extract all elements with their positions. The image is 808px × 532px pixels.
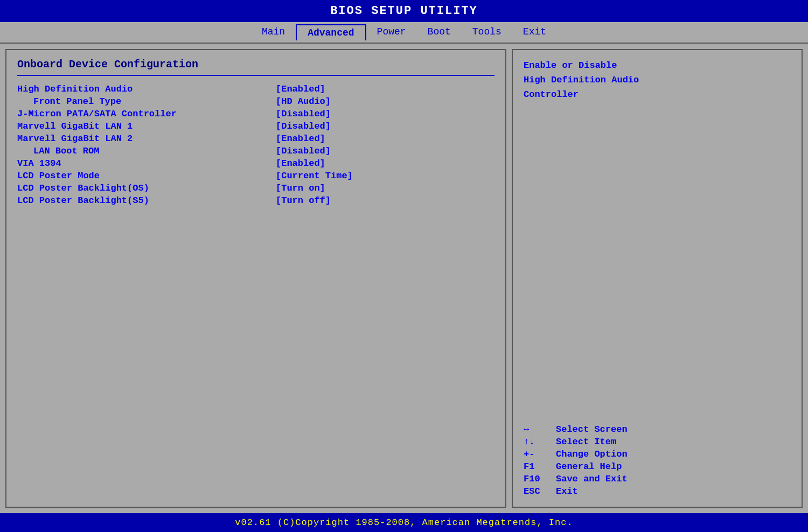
config-label: Front Panel Type: [17, 96, 276, 107]
config-label: LAN Boot ROM: [17, 146, 276, 156]
config-row[interactable]: VIA 1394[Enabled]: [17, 158, 494, 169]
key-row: F10Save and Exit: [524, 474, 791, 484]
footer: v02.61 (C)Copyright 1985-2008, American …: [0, 513, 808, 532]
config-value: [Enabled]: [276, 84, 325, 94]
config-value: [Disabled]: [276, 109, 331, 119]
config-value: [Current Time]: [276, 171, 353, 181]
config-label: J-Micron PATA/SATA Controller: [17, 109, 276, 119]
key-row: F1General Help: [524, 461, 791, 472]
config-row[interactable]: Marvell GigaBit LAN 1[Disabled]: [17, 121, 494, 131]
key-row: +-Change Option: [524, 449, 791, 459]
config-label: Marvell GigaBit LAN 1: [17, 121, 276, 131]
key-symbol: F10: [524, 474, 556, 484]
help-line2: High Definition Audio: [524, 73, 791, 87]
key-description: Select Item: [556, 437, 616, 447]
key-description: Change Option: [556, 449, 628, 459]
config-value: [Disabled]: [276, 146, 331, 156]
footer-text: v02.61 (C)Copyright 1985-2008, American …: [235, 517, 573, 528]
config-label: High Definition Audio: [17, 84, 276, 94]
config-list: High Definition Audio[Enabled]Front Pane…: [17, 84, 494, 206]
config-row[interactable]: J-Micron PATA/SATA Controller[Disabled]: [17, 109, 494, 119]
key-description: Save and Exit: [556, 474, 628, 484]
key-row: ↑↓Select Item: [524, 437, 791, 447]
key-row: ↔Select Screen: [524, 424, 791, 435]
tab-exit[interactable]: Exit: [512, 24, 557, 40]
config-value: [Turn off]: [276, 195, 331, 206]
config-label: LCD Poster Mode: [17, 171, 276, 181]
config-label: LCD Poster Backlight(OS): [17, 183, 276, 193]
config-row[interactable]: High Definition Audio[Enabled]: [17, 84, 494, 94]
title-bar: BIOS SETUP UTILITY: [0, 0, 808, 22]
config-value: [Disabled]: [276, 121, 331, 131]
config-value: [Turn on]: [276, 183, 325, 193]
config-label: VIA 1394: [17, 158, 276, 169]
main-content: Onboard Device Configuration High Defini…: [0, 44, 808, 513]
bios-container: BIOS SETUP UTILITY MainAdvancedPowerBoot…: [0, 0, 808, 532]
help-line3: Controller: [524, 87, 791, 102]
tab-main[interactable]: Main: [251, 24, 296, 40]
key-description: General Help: [556, 461, 622, 472]
key-row: ESCExit: [524, 486, 791, 496]
config-value: [HD Audio]: [276, 96, 331, 107]
config-value: [Enabled]: [276, 158, 325, 169]
section-divider: [17, 75, 494, 76]
help-line1: Enable or Disable: [524, 58, 791, 73]
config-row[interactable]: Front Panel Type[HD Audio]: [17, 96, 494, 107]
bios-title: BIOS SETUP UTILITY: [330, 4, 478, 18]
key-description: Select Screen: [556, 424, 628, 435]
tab-boot[interactable]: Boot: [417, 24, 462, 40]
config-label: Marvell GigaBit LAN 2: [17, 134, 276, 144]
left-panel: Onboard Device Configuration High Defini…: [5, 49, 506, 508]
tab-power[interactable]: Power: [366, 24, 417, 40]
key-symbol: F1: [524, 461, 556, 472]
tab-advanced[interactable]: Advanced: [296, 24, 366, 40]
help-text: Enable or Disable High Definition Audio …: [524, 58, 791, 102]
config-row[interactable]: LAN Boot ROM[Disabled]: [17, 146, 494, 156]
config-row[interactable]: Marvell GigaBit LAN 2[Enabled]: [17, 134, 494, 144]
section-title: Onboard Device Configuration: [17, 58, 494, 71]
tab-tools[interactable]: Tools: [462, 24, 512, 40]
key-symbol: ESC: [524, 486, 556, 496]
key-symbol: ↑↓: [524, 437, 556, 447]
config-row[interactable]: LCD Poster Backlight(OS)[Turn on]: [17, 183, 494, 193]
config-row[interactable]: LCD Poster Backlight(S5)[Turn off]: [17, 195, 494, 206]
key-description: Exit: [556, 486, 578, 496]
config-value: [Enabled]: [276, 134, 325, 144]
key-symbol: +-: [524, 449, 556, 459]
right-panel: Enable or Disable High Definition Audio …: [512, 49, 803, 508]
config-label: LCD Poster Backlight(S5): [17, 195, 276, 206]
key-legend: ↔Select Screen↑↓Select Item+-Change Opti…: [524, 424, 791, 499]
tab-bar[interactable]: MainAdvancedPowerBootToolsExit: [0, 22, 808, 44]
config-row[interactable]: LCD Poster Mode[Current Time]: [17, 171, 494, 181]
key-symbol: ↔: [524, 424, 556, 435]
